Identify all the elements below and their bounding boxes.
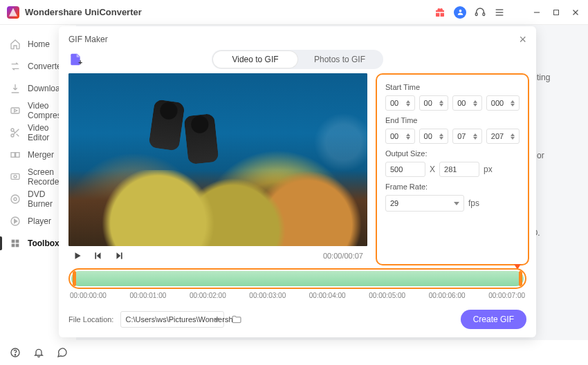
create-gif-button[interactable]: Create GIF [461,310,526,329]
file-location-label: File Location: [68,315,113,324]
merger-icon [10,149,21,160]
avatar[interactable] [454,6,466,19]
svg-marker-30 [97,252,101,259]
svg-point-0 [459,10,461,12]
svg-rect-1 [475,12,477,15]
bell-icon[interactable] [33,347,44,358]
tab-video-to-gif[interactable]: Video to GIF [213,51,297,68]
start-time-label: Start Time [385,83,520,91]
end-hh-input[interactable]: 00 [385,129,415,144]
tab-photos-to-gif[interactable]: Photos to GIF [297,51,382,68]
toolbox-icon [10,238,21,249]
close-window-button[interactable] [570,7,581,18]
end-ss-input[interactable]: 07 [452,129,482,144]
sidebar-item-label: Toolbox [28,238,59,248]
recorder-icon [10,171,21,182]
svg-point-12 [11,129,14,131]
app-logo [7,6,19,19]
output-size-label: Output Size: [385,149,520,158]
modal-title: GIF Maker [68,35,108,44]
svg-rect-33 [121,252,122,259]
dvd-icon [10,194,21,205]
output-unit-label: px [484,165,493,174]
mode-tabs: Video to GIF Photos to GIF [212,50,383,69]
app-title: Wondershare UniConverter [25,7,142,17]
svg-text:+: + [78,59,82,66]
settings-panel: Start Time 00 00 00 000 End Time 00 00 0… [376,73,529,265]
trim-handle-left[interactable] [73,271,76,286]
sidebar-item-label: Home [28,39,50,49]
bottombar [0,340,588,365]
svg-rect-16 [11,174,19,179]
end-ms-input[interactable]: 207 [486,129,520,144]
scissors-icon [10,127,21,138]
svg-rect-10 [11,108,19,113]
play-button[interactable] [73,251,82,261]
output-width-input[interactable]: 500 [385,162,425,177]
maximize-button[interactable] [551,7,562,18]
compressor-icon [10,105,21,116]
timeline-area: 00:00:00:00 00:00:01:00 00:00:02:00 00:0… [68,268,526,299]
svg-rect-31 [95,252,96,259]
home-icon [10,39,21,50]
video-preview[interactable] [68,73,367,246]
trim-handle-right[interactable] [519,271,522,286]
end-time-label: End Time [385,116,520,124]
next-frame-button[interactable] [114,251,124,261]
preview-pane: 00:00/00:07 [68,73,367,265]
file-location-select[interactable]: C:\Users\ws\Pictures\Wondersh [120,311,224,328]
svg-point-17 [14,175,17,178]
timeline-ticks: 00:00:00:00 00:00:01:00 00:00:02:00 00:0… [68,292,526,299]
help-icon[interactable] [10,347,21,358]
open-folder-button[interactable] [231,314,242,325]
timeline[interactable] [68,268,526,289]
svg-rect-2 [483,12,485,15]
frame-unit-label: fps [468,198,479,208]
add-file-button[interactable]: + [68,53,82,66]
frame-rate-label: Frame Rate: [385,182,520,191]
svg-rect-7 [554,10,559,15]
start-ss-input[interactable]: 00 [452,95,482,111]
svg-marker-29 [75,252,81,259]
player-icon [10,216,21,227]
svg-marker-32 [117,252,121,259]
start-hh-input[interactable]: 00 [385,95,415,111]
menu-icon[interactable] [494,7,505,18]
feedback-icon[interactable] [57,347,68,358]
svg-marker-21 [15,219,17,223]
close-modal-button[interactable]: × [519,33,526,46]
svg-rect-14 [11,153,15,158]
svg-rect-22 [12,240,15,243]
sidebar-item-label: Merger [28,150,54,160]
svg-rect-24 [12,244,15,247]
svg-marker-11 [15,109,17,112]
output-x-label: X [430,165,435,174]
svg-rect-25 [16,244,19,247]
svg-rect-23 [16,240,19,243]
svg-rect-15 [16,153,19,158]
gift-icon[interactable] [434,7,445,18]
output-height-input[interactable]: 281 [439,162,479,177]
download-icon [10,83,21,94]
converter-icon [10,61,21,72]
svg-point-19 [14,198,17,200]
minimize-button[interactable] [531,7,542,18]
frame-rate-select[interactable]: 29 [385,195,464,212]
sidebar-item-label: Player [28,216,51,226]
svg-point-13 [11,134,14,137]
gif-maker-modal: GIF Maker × + Video to GIF Photos to GIF… [59,26,536,337]
start-ms-input[interactable]: 000 [486,95,520,111]
end-mm-input[interactable]: 00 [419,129,449,144]
support-icon[interactable] [475,7,486,18]
titlebar: Wondershare UniConverter [0,0,588,25]
svg-point-27 [15,355,15,355]
svg-point-18 [11,195,19,203]
start-mm-input[interactable]: 00 [419,95,449,111]
prev-frame-button[interactable] [93,251,103,261]
preview-time: 00:00/00:07 [323,252,363,260]
